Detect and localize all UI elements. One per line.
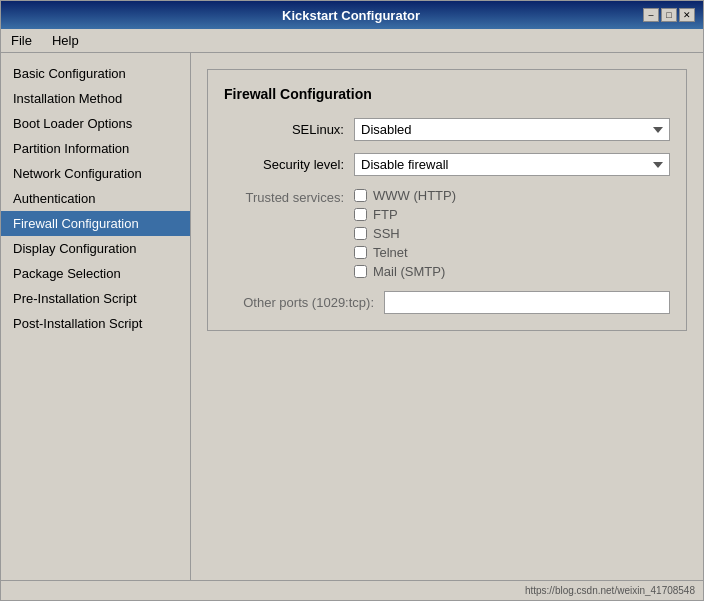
statusbar-text: https://blog.csdn.net/weixin_41708548	[525, 585, 695, 596]
service-www-row[interactable]: WWW (HTTP)	[354, 188, 456, 203]
window-controls: – □ ✕	[643, 8, 695, 22]
selinux-row: SELinux: Disabled Enforcing Permissive	[224, 118, 670, 141]
security-level-label: Security level:	[224, 157, 354, 172]
sidebar-item-basic-configuration[interactable]: Basic Configuration	[1, 61, 190, 86]
sidebar-item-network-configuration[interactable]: Network Configuration	[1, 161, 190, 186]
selinux-control: Disabled Enforcing Permissive	[354, 118, 670, 141]
service-ssh-checkbox[interactable]	[354, 227, 367, 240]
service-mail-label: Mail (SMTP)	[373, 264, 445, 279]
sidebar: Basic Configuration Installation Method …	[1, 53, 191, 580]
trusted-services-row: Trusted services: WWW (HTTP) FTP SSH	[224, 188, 670, 279]
service-ftp-checkbox[interactable]	[354, 208, 367, 221]
sidebar-item-partition-information[interactable]: Partition Information	[1, 136, 190, 161]
trusted-services-checkboxes: WWW (HTTP) FTP SSH Telnet	[354, 188, 456, 279]
service-mail-checkbox[interactable]	[354, 265, 367, 278]
maximize-button[interactable]: □	[661, 8, 677, 22]
main-content: Basic Configuration Installation Method …	[1, 53, 703, 580]
content-area: Firewall Configuration SELinux: Disabled…	[191, 53, 703, 580]
statusbar: https://blog.csdn.net/weixin_41708548	[1, 580, 703, 600]
minimize-button[interactable]: –	[643, 8, 659, 22]
sidebar-item-package-selection[interactable]: Package Selection	[1, 261, 190, 286]
service-www-checkbox[interactable]	[354, 189, 367, 202]
sidebar-item-display-configuration[interactable]: Display Configuration	[1, 236, 190, 261]
other-ports-input[interactable]	[384, 291, 670, 314]
other-ports-row: Other ports (1029:tcp):	[224, 291, 670, 314]
sidebar-item-pre-installation-script[interactable]: Pre-Installation Script	[1, 286, 190, 311]
service-www-label: WWW (HTTP)	[373, 188, 456, 203]
sidebar-item-post-installation-script[interactable]: Post-Installation Script	[1, 311, 190, 336]
service-mail-row[interactable]: Mail (SMTP)	[354, 264, 456, 279]
selinux-select[interactable]: Disabled Enforcing Permissive	[354, 118, 670, 141]
service-ssh-row[interactable]: SSH	[354, 226, 456, 241]
service-ftp-row[interactable]: FTP	[354, 207, 456, 222]
menu-help[interactable]: Help	[46, 31, 85, 50]
sidebar-item-firewall-configuration[interactable]: Firewall Configuration	[1, 211, 190, 236]
trusted-services-label: Trusted services:	[224, 188, 354, 205]
sidebar-item-installation-method[interactable]: Installation Method	[1, 86, 190, 111]
security-level-select[interactable]: Disable firewall Enable firewall No fire…	[354, 153, 670, 176]
title-bar: Kickstart Configurator – □ ✕	[1, 1, 703, 29]
firewall-configuration-section: Firewall Configuration SELinux: Disabled…	[207, 69, 687, 331]
service-telnet-label: Telnet	[373, 245, 408, 260]
selinux-label: SELinux:	[224, 122, 354, 137]
service-telnet-checkbox[interactable]	[354, 246, 367, 259]
menubar: File Help	[1, 29, 703, 53]
sidebar-item-authentication[interactable]: Authentication	[1, 186, 190, 211]
main-window: Kickstart Configurator – □ ✕ File Help B…	[0, 0, 704, 601]
service-telnet-row[interactable]: Telnet	[354, 245, 456, 260]
close-button[interactable]: ✕	[679, 8, 695, 22]
security-level-row: Security level: Disable firewall Enable …	[224, 153, 670, 176]
service-ftp-label: FTP	[373, 207, 398, 222]
other-ports-label: Other ports (1029:tcp):	[224, 295, 384, 310]
section-title: Firewall Configuration	[224, 86, 670, 102]
service-ssh-label: SSH	[373, 226, 400, 241]
menu-file[interactable]: File	[5, 31, 38, 50]
sidebar-item-boot-loader-options[interactable]: Boot Loader Options	[1, 111, 190, 136]
window-title: Kickstart Configurator	[59, 8, 643, 23]
security-level-control: Disable firewall Enable firewall No fire…	[354, 153, 670, 176]
